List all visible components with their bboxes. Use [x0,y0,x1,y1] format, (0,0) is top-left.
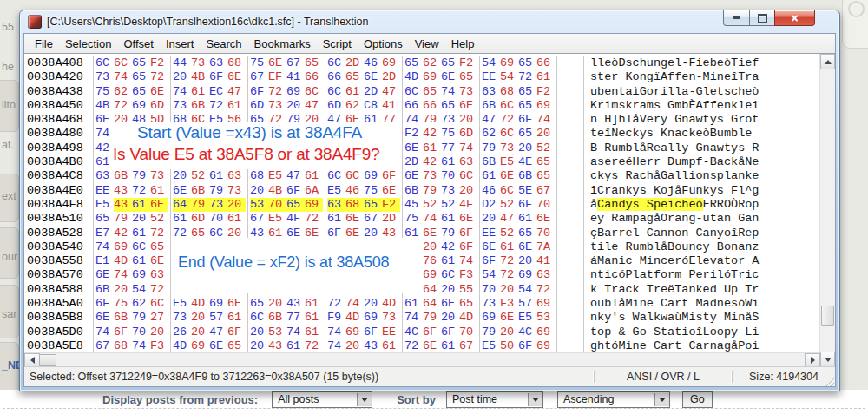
hex-byte[interactable]: 69 [286,85,305,99]
hex-byte[interactable]: 79 [132,311,150,325]
scroll-right-button[interactable] [805,353,820,367]
hex-byte[interactable]: 65 [441,99,459,113]
hex-byte[interactable]: 52 [441,198,459,212]
ascii-cell[interactable]: Krimskrams GmbÈAffenklei [583,99,759,113]
hex-byte[interactable]: 52 [191,169,209,183]
hex-byte[interactable]: 63 [150,268,168,282]
hex-byte[interactable]: 4D [191,297,209,311]
hex-byte[interactable]: 6C [150,297,168,311]
hex-byte[interactable]: 20 [423,240,441,254]
hex-byte[interactable]: F2 [150,56,168,70]
hex-byte[interactable]: F3 [500,297,518,311]
hex-byte[interactable]: 20 [500,325,518,339]
hex-byte[interactable]: 72 [209,99,227,113]
hex-byte[interactable]: 73 [441,113,459,127]
hex-byte[interactable]: 6B [482,99,500,113]
hex-byte[interactable]: 75 [441,127,459,141]
hex-byte[interactable]: 42 [441,240,459,254]
hex-byte[interactable]: 75 [404,212,423,226]
all-posts-select[interactable]: All posts [272,391,372,408]
hex-byte[interactable]: 46 [345,184,364,198]
hex-byte[interactable]: 79 [423,311,441,325]
hex-byte[interactable]: 6B [95,283,114,297]
hex-byte[interactable]: 6E [459,212,477,226]
hex-byte[interactable]: 20 [268,297,286,311]
hex-byte[interactable]: 20 [191,325,209,339]
hex-byte[interactable]: 69 [191,339,209,353]
ascii-cell[interactable]: áManic MinceróElevator A [583,254,759,268]
hex-byte[interactable]: 6C [132,240,150,254]
hex-byte[interactable]: 20 [345,339,364,353]
hex-byte[interactable]: 69 [536,99,555,113]
hex-byte[interactable]: 69 [536,325,555,339]
hex-byte[interactable]: E7 [95,227,114,240]
hex-byte[interactable]: 6B [114,169,132,183]
menu-item-file[interactable]: File [29,36,59,52]
hex-byte[interactable]: 6C [250,311,268,325]
hex-byte[interactable]: 61 [423,141,441,155]
hex-byte[interactable]: 43 [286,297,305,311]
hex-byte[interactable]: 69 [382,56,400,70]
hex-byte[interactable]: 72 [150,283,168,297]
hex-byte[interactable]: 6E [173,184,191,198]
hex-byte[interactable]: 74 [114,70,132,84]
hex-row[interactable]: 0038A4E0EE4372616E6B7973204B6F6AE546756E… [27,184,820,198]
hex-byte[interactable]: 77 [286,311,305,325]
hex-byte[interactable]: 65 [518,99,536,113]
hex-byte[interactable]: 69 [536,297,555,311]
hex-byte[interactable]: 4D [345,311,364,325]
hex-byte[interactable]: 6E [345,212,364,226]
scroll-up-button[interactable] [820,54,835,69]
hex-byte[interactable]: E5 [500,155,518,169]
menu-item-bookmarks[interactable]: Bookmarks [248,36,317,52]
hex-byte[interactable]: 47 [382,85,400,99]
hex-byte[interactable]: 6F [364,325,382,339]
hex-byte[interactable]: 6C [404,85,423,99]
hex-byte[interactable]: 72 [327,297,345,311]
hex-byte[interactable]: 4C [404,325,423,339]
hex-byte[interactable]: 20 [500,283,518,297]
hex-byte[interactable]: 6B [191,184,209,198]
hex-byte[interactable]: 72 [150,70,168,84]
hex-byte[interactable]: 74 [404,113,423,127]
hex-byte[interactable]: 73 [209,198,227,212]
hex-byte[interactable]: 6A [305,184,323,198]
hex-byte[interactable]: 45 [404,198,423,212]
hex-byte[interactable]: 6C [441,268,459,282]
hex-byte[interactable]: 50 [500,339,518,353]
hex-byte[interactable]: 69 [364,169,382,183]
hex-byte[interactable]: 6D [191,212,209,226]
hex-byte[interactable]: 6D [327,99,345,113]
hex-byte[interactable]: 6F [250,85,268,99]
hex-byte[interactable]: 6F [518,339,536,353]
hex-byte[interactable]: 74 [536,113,555,127]
hex-byte[interactable]: 47 [500,212,518,226]
hex-byte[interactable]: 72 [305,212,323,226]
hex-byte[interactable]: 64 [173,198,191,212]
hex-byte[interactable]: 67 [364,212,382,226]
hex-byte[interactable]: 7A [536,240,555,254]
hex-byte[interactable]: 65 [459,70,477,84]
ascii-cell[interactable]: åCandys SpeicheòERROÒRop [583,198,759,212]
hex-byte[interactable]: 6F [382,169,400,183]
hex-byte[interactable]: 43 [268,339,286,353]
hex-byte[interactable]: 4C [518,325,536,339]
hex-byte[interactable]: 6B [114,311,132,325]
hex-byte[interactable]: 61 [191,85,209,99]
hex-byte[interactable]: 74 [404,311,423,325]
hex-byte[interactable]: 63 [95,169,114,183]
hex-byte[interactable]: 75 [114,297,132,311]
hex-byte[interactable]: 63 [459,155,477,169]
hex-byte[interactable]: 6F [227,325,246,339]
hex-byte[interactable]: 54 [518,283,536,297]
hex-byte[interactable]: E5 [173,297,191,311]
hex-byte[interactable]: 72 [404,339,423,353]
ascii-cell[interactable]: oublåMine Cart MadnesóWi [583,297,759,311]
hex-byte[interactable]: 72 [500,254,518,268]
maximize-button[interactable] [750,10,774,26]
vertical-scrollbar[interactable] [819,54,835,367]
hex-byte[interactable]: 6F [459,240,477,254]
hex-byte[interactable]: 54 [482,268,500,282]
hex-byte[interactable]: 69 [132,99,150,113]
hex-byte[interactable]: 61 [286,339,305,353]
